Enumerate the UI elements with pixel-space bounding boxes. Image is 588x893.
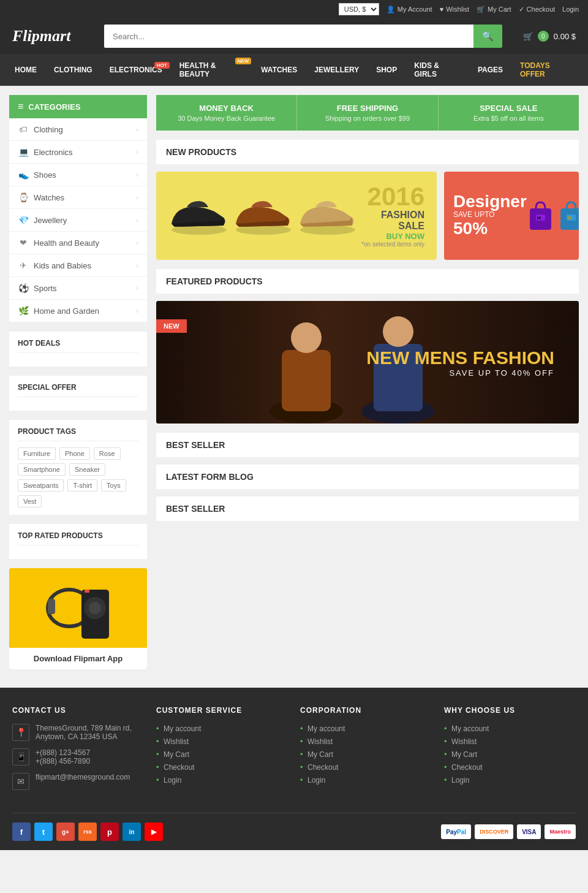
- kids-icon: ✈: [18, 260, 29, 271]
- cart-amount: 0.00 $: [554, 32, 576, 41]
- nav-electronics[interactable]: ELECTRONICSHOT: [101, 58, 171, 82]
- corp-wishlist: Wishlist: [300, 737, 432, 746]
- cat-jewellery[interactable]: 💎Jewellery›: [9, 209, 147, 232]
- linkedin-icon[interactable]: in: [123, 823, 141, 841]
- free-shipping-sub: Shipping on orders over $99: [303, 115, 431, 122]
- tag-phone[interactable]: Phone: [59, 447, 90, 460]
- app-promo-text: Download Flipmart App: [9, 648, 147, 669]
- why-checkout-link[interactable]: Checkout: [451, 763, 483, 772]
- corporation-links: My account Wishlist My Cart Checkout Log…: [300, 724, 432, 785]
- corp-my-account-link[interactable]: My account: [307, 724, 345, 733]
- cat-kids[interactable]: ✈Kids and Babies›: [9, 254, 147, 277]
- corp-login-link[interactable]: Login: [307, 776, 325, 785]
- tag-vest[interactable]: Vest: [18, 495, 42, 507]
- contact-email[interactable]: flipmart@themesground.com: [36, 773, 130, 781]
- footer-bottom: f t g+ rss p in ▶ PayPal DISCOVER VISA M…: [12, 813, 576, 841]
- social-icons: f t g+ rss p in ▶: [12, 823, 163, 841]
- my-account-link[interactable]: 👤 My Account: [386, 6, 432, 13]
- currency-select[interactable]: USD, $ EUR, €: [339, 3, 379, 15]
- why-my-account-link[interactable]: My account: [451, 724, 489, 733]
- cs-login-link[interactable]: Login: [164, 776, 181, 785]
- corp-wishlist-link[interactable]: Wishlist: [307, 737, 333, 746]
- designer-banner[interactable]: Designer SAVE UPTO 50% H: [444, 172, 579, 260]
- app-promo[interactable]: Download Flipmart App: [9, 568, 147, 669]
- twitter-icon[interactable]: t: [34, 823, 53, 841]
- checkout-link[interactable]: ✓ Checkout: [519, 6, 555, 13]
- nav-shop[interactable]: SHOP: [368, 58, 405, 82]
- cs-wishlist-link[interactable]: Wishlist: [164, 737, 189, 746]
- why-login: Login: [444, 775, 576, 785]
- tag-sweatpants[interactable]: Sweatpants: [18, 479, 64, 492]
- nav-clothing[interactable]: CLOTHING: [45, 58, 101, 82]
- product-tags-box: PRODUCT TAGS Furniture Phone Rose Smartp…: [9, 420, 147, 515]
- cat-sports[interactable]: ⚽Sports›: [9, 277, 147, 300]
- brown-shoe-svg: [233, 196, 294, 236]
- main-nav: HOME CLOTHING ELECTRONICSHOT HEALTH & BE…: [0, 54, 588, 86]
- tag-furniture[interactable]: Furniture: [18, 447, 56, 460]
- tag-sneaker[interactable]: Sneaker: [69, 463, 105, 476]
- tag-toys[interactable]: Toys: [101, 479, 126, 492]
- buy-now-button[interactable]: BUY NOW: [358, 232, 424, 241]
- health-icon: ❤: [18, 237, 29, 248]
- purple-bag: H: [527, 199, 554, 233]
- nav-today-offer[interactable]: TODAYS OFFER: [511, 54, 582, 86]
- cs-my-cart-link[interactable]: My Cart: [164, 750, 189, 759]
- cart-badge: 0: [538, 31, 549, 42]
- new-badge: NEW: [156, 319, 187, 333]
- wishlist-link[interactable]: ♥ Wishlist: [440, 6, 469, 13]
- customer-service-title: CUSTOMER SERVICE: [156, 706, 288, 715]
- featured-sub: SAVE UP TO 40% OFF: [366, 368, 554, 378]
- customer-service-links: My account Wishlist My Cart Checkout Log…: [156, 724, 288, 785]
- google-icon[interactable]: g+: [56, 823, 75, 841]
- cs-checkout-link[interactable]: Checkout: [164, 763, 195, 772]
- why-login-link[interactable]: Login: [451, 776, 469, 785]
- discover-icon: DISCOVER: [475, 824, 513, 839]
- cs-my-account: My account: [156, 724, 288, 733]
- svg-point-21: [291, 322, 322, 353]
- cat-electronics[interactable]: 💻Electronics›: [9, 141, 147, 164]
- cat-health[interactable]: ❤Health and Beauty›: [9, 232, 147, 254]
- cat-shoes[interactable]: 👟Shoes›: [9, 164, 147, 186]
- hot-deals-box: HOT DEALS: [9, 332, 147, 367]
- nav-health[interactable]: HEALTH & BEAUTYNEW: [171, 54, 253, 86]
- my-cart-link[interactable]: 🛒 My Cart: [477, 6, 511, 13]
- blue-bag: H: [557, 199, 579, 233]
- contact-phones: +(888) 123-4567 +(888) 456-7890: [36, 748, 90, 766]
- tag-tshirt[interactable]: T-shirt: [67, 479, 97, 492]
- product-tags-title: PRODUCT TAGS: [18, 427, 138, 441]
- pinterest-icon[interactable]: p: [100, 823, 119, 841]
- corp-my-cart: My Cart: [300, 750, 432, 759]
- why-checkout: Checkout: [444, 762, 576, 772]
- fashion-sale-banner[interactable]: 2016 FASHION SALE BUY NOW *on selected i…: [156, 172, 437, 260]
- tag-rose[interactable]: Rose: [94, 447, 121, 460]
- cat-watches[interactable]: ⌚Watches›: [9, 186, 147, 209]
- payment-icons: PayPal DISCOVER VISA Maestro: [441, 824, 576, 839]
- why-wishlist-link[interactable]: Wishlist: [451, 737, 477, 746]
- nav-pages[interactable]: PAGES: [469, 58, 511, 82]
- youtube-icon[interactable]: ▶: [145, 823, 163, 841]
- svg-rect-20: [282, 350, 331, 411]
- why-my-cart-link[interactable]: My Cart: [451, 750, 477, 759]
- nav-watches[interactable]: WATCHES: [252, 58, 306, 82]
- tag-smartphone[interactable]: Smartphone: [18, 463, 66, 476]
- search-input[interactable]: [104, 25, 473, 48]
- nav-jewellery[interactable]: JEWELLERY: [306, 58, 368, 82]
- login-link[interactable]: Login: [562, 6, 579, 13]
- tan-shoe-svg: [297, 196, 358, 236]
- designer-text: Designer SAVE UPTO 50%: [453, 193, 527, 238]
- nav-kids[interactable]: KIDS & GIRLS: [405, 54, 469, 86]
- corp-checkout-link[interactable]: Checkout: [307, 763, 339, 772]
- footer-contact: CONTACT US 📍 ThemesGround, 789 Main rd, …: [12, 706, 144, 797]
- top-bar: USD, $ EUR, € 👤 My Account ♥ Wishlist 🛒 …: [0, 0, 588, 18]
- featured-banner[interactable]: NEW NEW MENS FASHION SAVE UP TO 40% OFF: [156, 301, 579, 424]
- cat-clothing[interactable]: 🏷Clothing›: [9, 118, 147, 141]
- rss-icon[interactable]: rss: [78, 823, 97, 841]
- benefit-free-shipping: FREE SHIPPING Shipping on orders over $9…: [297, 95, 438, 131]
- corp-my-cart-link[interactable]: My Cart: [307, 750, 333, 759]
- nav-home[interactable]: HOME: [6, 58, 45, 82]
- search-button[interactable]: 🔍: [473, 25, 502, 48]
- cat-home-garden[interactable]: 🌿Home and Garden›: [9, 300, 147, 322]
- facebook-icon[interactable]: f: [12, 823, 31, 841]
- sidebar: CATEGORIES 🏷Clothing› 💻Electronics› 👟Sho…: [9, 95, 147, 678]
- cs-my-account-link[interactable]: My account: [164, 724, 201, 733]
